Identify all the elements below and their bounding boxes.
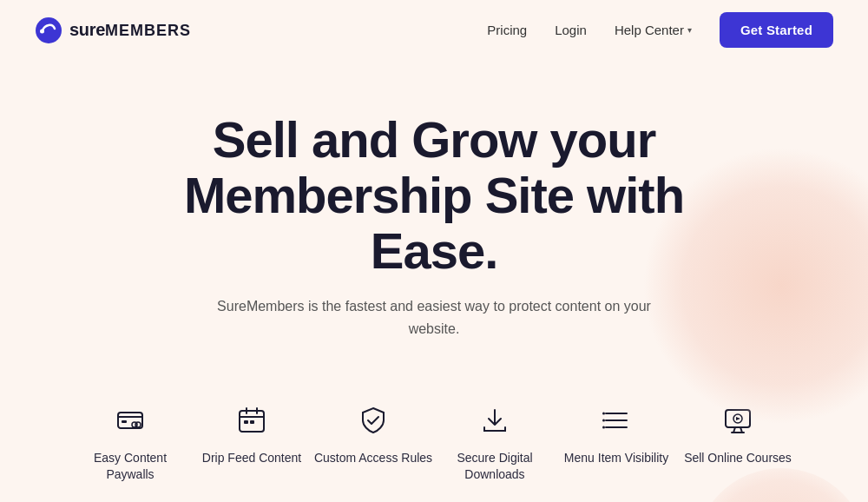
- calendar-icon: [233, 401, 271, 439]
- hero-subtitle: SureMembers is the fastest and easiest w…: [217, 295, 651, 340]
- svg-rect-12: [250, 420, 254, 424]
- feature-secure-digital-downloads: Secure Digital Downloads: [434, 401, 556, 484]
- feature-menu-item-visibility: Menu Item Visibility: [556, 401, 677, 484]
- svg-rect-4: [122, 420, 127, 423]
- svg-rect-2: [118, 413, 142, 428]
- chevron-down-icon: ▾: [687, 25, 692, 35]
- feature-label-secure-digital-downloads: Secure Digital Downloads: [434, 450, 556, 484]
- feature-label-custom-access-rules: Custom Access Rules: [314, 450, 432, 467]
- feature-easy-content-paywalls: Easy Content Paywalls: [69, 401, 191, 484]
- credit-card-icon: [111, 401, 149, 439]
- feature-label-easy-content-paywalls: Easy Content Paywalls: [69, 450, 191, 484]
- feature-drip-feed-content: Drip Feed Content: [191, 401, 312, 484]
- header: sureMEMBERS Pricing Login Help Center ▾ …: [0, 0, 868, 60]
- svg-rect-11: [244, 420, 248, 424]
- list-icon: [597, 401, 635, 439]
- nav-login[interactable]: Login: [555, 23, 587, 37]
- logo-icon: [35, 17, 62, 44]
- download-icon: [476, 401, 514, 439]
- logo-text: sureMEMBERS: [69, 20, 191, 40]
- hero-section: Sell and Grow your Membership Site with …: [0, 60, 868, 393]
- svg-point-18: [602, 426, 605, 428]
- header-get-started-button[interactable]: Get Started: [720, 12, 833, 48]
- svg-point-0: [36, 17, 62, 43]
- nav: Pricing Login Help Center ▾ Get Started: [487, 12, 833, 48]
- main-content: Sell and Grow your Membership Site with …: [0, 60, 868, 502]
- nav-help-center[interactable]: Help Center ▾: [615, 23, 692, 37]
- svg-point-1: [40, 29, 44, 33]
- shield-check-icon: [354, 401, 392, 439]
- feature-label-menu-item-visibility: Menu Item Visibility: [564, 450, 668, 467]
- svg-point-16: [602, 412, 605, 414]
- svg-point-6: [132, 422, 137, 427]
- logo[interactable]: sureMEMBERS: [35, 17, 191, 44]
- hero-title: Sell and Grow your Membership Site with …: [130, 112, 738, 278]
- feature-custom-access-rules: Custom Access Rules: [312, 401, 434, 484]
- svg-point-17: [602, 419, 605, 421]
- feature-label-drip-feed-content: Drip Feed Content: [202, 450, 301, 467]
- feature-label-sell-online-courses: Sell Online Courses: [684, 450, 792, 467]
- nav-pricing[interactable]: Pricing: [487, 23, 527, 37]
